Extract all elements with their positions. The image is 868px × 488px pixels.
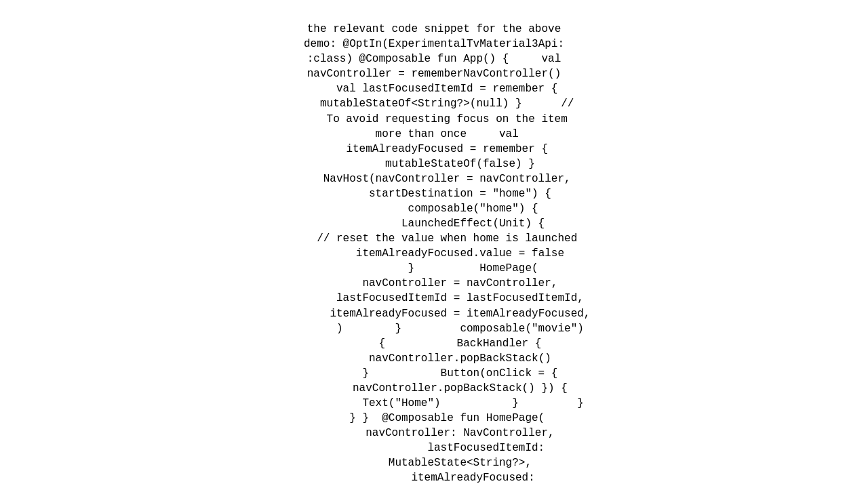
- code-line: NavHost(navController = navController,: [0, 171, 868, 186]
- code-line: navController.popBackStack() }) {: [0, 381, 868, 396]
- code-line: } HomePage(: [0, 261, 868, 276]
- code-line: demo: @OptIn(ExperimentalTvMaterial3Api:: [0, 37, 868, 52]
- code-line: composable("home") {: [0, 201, 868, 216]
- code-line: ) } composable("movie"): [0, 321, 868, 336]
- code-line: navController = navController,: [0, 276, 868, 291]
- code-line: navController.popBackStack(): [0, 351, 868, 366]
- code-line: itemAlreadyFocused.value = false: [0, 246, 868, 261]
- code-line: } } @Composable fun HomePage(: [0, 411, 868, 426]
- code-line: mutableStateOf(false) }: [0, 157, 868, 171]
- code-line: more than once val: [0, 127, 868, 142]
- code-line: val lastFocusedItemId = remember {: [0, 81, 868, 96]
- code-line: MutableState<Boolean>, ) {: [0, 486, 868, 489]
- code-line: startDestination = "home") {: [0, 186, 868, 201]
- code-line: itemAlreadyFocused = itemAlreadyFocused,: [0, 306, 868, 321]
- code-line: itemAlreadyFocused:: [0, 470, 868, 485]
- code-line: navController = rememberNavController(): [0, 66, 868, 81]
- code-block: the relevant code snippet for the aboved…: [0, 0, 868, 488]
- code-line: Text("Home") } }: [0, 396, 868, 411]
- code-line: // reset the value when home is launched: [0, 231, 868, 246]
- code-line: MutableState<String?>,: [0, 455, 868, 470]
- code-line: To avoid requesting focus on the item: [0, 112, 868, 127]
- code-line: LaunchedEffect(Unit) {: [0, 216, 868, 231]
- code-line: { BackHandler {: [0, 336, 868, 351]
- code-line: mutableStateOf<String?>(null) } //: [0, 96, 868, 111]
- code-line: the relevant code snippet for the above: [0, 22, 868, 37]
- code-line: lastFocusedItemId:: [0, 441, 868, 455]
- code-line: itemAlreadyFocused = remember {: [0, 142, 868, 157]
- code-line: } Button(onClick = {: [0, 366, 868, 381]
- code-line: :class) @Composable fun App() { val: [0, 52, 868, 66]
- code-line: lastFocusedItemId = lastFocusedItemId,: [0, 291, 868, 306]
- code-line: navController: NavController,: [0, 426, 868, 441]
